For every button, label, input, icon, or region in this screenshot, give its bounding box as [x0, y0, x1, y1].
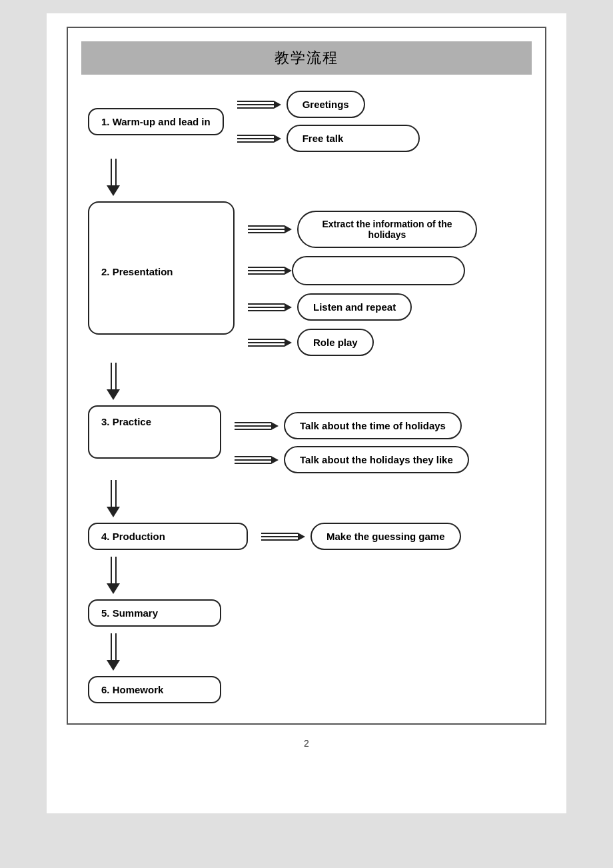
pill-talklike: Talk about the holidays they like [284, 446, 469, 473]
page-number: 2 [47, 738, 566, 749]
arrow-roleplay: Role play [248, 329, 477, 356]
pill-empty [292, 256, 465, 285]
arrow-talklike: Talk about the holidays they like [235, 446, 469, 473]
section1-arrows: Greetings Free talk [237, 91, 420, 152]
down-arrow-4 [107, 550, 120, 599]
step3-box: 3. Practice [88, 405, 221, 459]
arrow-talktime: Talk about the time of holidays [235, 412, 469, 439]
pill-extract: Extract the information of the holidays [297, 211, 477, 248]
arrow-listen: Listen and repeat [248, 293, 477, 321]
section5-row: 5. Summary [88, 599, 221, 627]
pill-roleplay: Role play [297, 329, 374, 356]
pill-listen: Listen and repeat [297, 293, 412, 321]
pill-guessing: Make the guessing game [310, 523, 461, 550]
step5-box: 5. Summary [88, 599, 221, 627]
pill-freetalk: Free talk [287, 125, 420, 152]
step1-box: 1. Warm-up and lead in [88, 108, 224, 135]
step6-box: 6. Homework [88, 676, 221, 703]
arrow-guessing: Make the guessing game [261, 523, 461, 550]
arrow-greetings: Greetings [237, 91, 420, 118]
arrow-extract: Extract the information of the holidays [248, 211, 477, 248]
section6-row: 6. Homework [88, 676, 221, 703]
section1-row: 1. Warm-up and lead in Greetings [88, 91, 420, 152]
pill-greetings: Greetings [287, 91, 365, 118]
section2-row: 2. Presentation Extract the informatio [88, 201, 477, 356]
step2-box: 2. Presentation [88, 201, 235, 335]
down-arrow-3 [107, 473, 120, 523]
step4-box: 4. Production [88, 523, 248, 550]
pill-talktime: Talk about the time of holidays [284, 412, 462, 439]
section3-row: 3. Practice Talk about the time of holid… [88, 405, 469, 473]
page: 教学流程 1. Warm-up and lead in [47, 13, 566, 813]
arrow-empty [248, 256, 477, 285]
arrow-freetalk: Free talk [237, 125, 420, 152]
header-title: 教学流程 [81, 41, 532, 75]
section2-arrows: Extract the information of the holidays [248, 211, 477, 356]
section4-row: 4. Production Make the guessing game [88, 523, 461, 550]
down-arrow-2 [107, 356, 120, 405]
section4-arrows: Make the guessing game [261, 523, 461, 550]
down-arrow-5 [107, 627, 120, 676]
section3-arrows: Talk about the time of holidays Talk abo… [235, 412, 469, 473]
down-arrow-1 [107, 152, 120, 201]
flow-diagram: 1. Warm-up and lead in Greetings [81, 91, 532, 703]
main-diagram-box: 教学流程 1. Warm-up and lead in [67, 27, 546, 725]
